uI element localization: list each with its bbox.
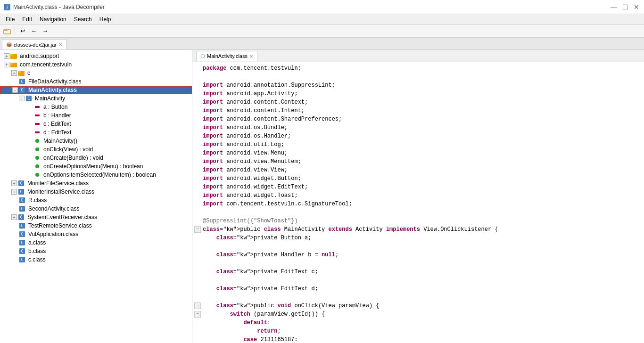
tree-expander[interactable] [26,163,33,170]
tree-expander[interactable] [26,129,33,136]
code-line: import android.view.Menu; [192,149,644,157]
tree-expander[interactable] [26,155,33,161]
minimize-button[interactable]: — [610,3,618,11]
tree-expander[interactable] [11,239,18,246]
tree-node[interactable]: +c [0,69,192,77]
code-line: import android.os.Bundle; [192,123,644,132]
tree-expander[interactable] [26,172,33,178]
tree-node[interactable]: -CMainActivity.class [0,86,192,94]
toolbar-prev-button[interactable]: ← [29,26,39,36]
tree-node[interactable]: -CMainActivity [0,94,192,103]
menu-search[interactable]: Search [70,15,96,24]
tree-node[interactable]: onClick(View) : void [0,145,192,154]
tree-node[interactable]: c : EditText [0,120,192,128]
tree-node[interactable]: Cb.class [0,247,192,255]
tree-expander[interactable] [26,121,33,127]
tree-node[interactable]: Ca.class [0,238,192,247]
code-tab-mainactivity[interactable]: ⬡ MainActivity.class ✕ [196,51,257,61]
tree-expander[interactable]: + [11,180,17,186]
close-button[interactable]: ✕ [633,3,640,11]
tree-node[interactable]: +android.support [0,52,192,60]
code-line: package com.tencent.testvuln; [192,64,644,73]
tree-expander[interactable]: - [19,96,25,101]
tree-node-label: c.class [28,256,46,263]
tree-expander[interactable]: + [4,62,9,67]
code-text: class="kw">private EditText c; [203,268,318,276]
code-text: import com.tencent.testvuln.c.SignatureT… [203,200,352,208]
tree-expander[interactable] [11,222,18,229]
tree-expander[interactable] [26,112,33,119]
tree-node-icon: C [25,95,32,102]
toolbar-next-button[interactable]: → [40,26,50,36]
fold-button[interactable]: − [194,302,201,309]
title-text: J MainActivity.class - Java Decompiler [4,4,105,10]
tree-node[interactable]: +com.tencent.testvuln [0,60,192,69]
tree-expander[interactable]: - [12,87,18,93]
tree-expander[interactable] [11,78,18,85]
code-text [203,208,206,217]
tree-node[interactable]: CVulApplication.class [0,230,192,238]
code-line [192,276,644,285]
code-area[interactable]: package com.tencent.testvuln; import and… [192,62,644,343]
tree-node[interactable]: CFileDataActivity.class [0,77,192,86]
tree-node[interactable]: CR.class [0,196,192,204]
tree-node-label: android.support [20,53,59,59]
code-text [203,259,206,268]
tree-expander[interactable]: + [11,214,17,220]
svg-text:C: C [21,88,24,92]
tree-expander[interactable] [11,248,18,254]
code-line: import android.view.View; [192,166,644,174]
menu-file[interactable]: File [2,15,18,24]
menu-edit[interactable]: Edit [18,15,36,24]
code-tab-close[interactable]: ✕ [249,54,253,59]
toolbar-back-button[interactable]: ↩ [17,26,28,36]
tree-expander[interactable]: + [11,189,17,195]
tree-node[interactable]: onCreateOptionsMenu(Menu) : boolean [0,162,192,171]
fold-button[interactable]: − [194,311,201,318]
tree-expander[interactable] [11,197,18,204]
tree-node[interactable]: d : EditText [0,128,192,137]
code-text: import android.app.Activity; [203,90,298,98]
tree-expander[interactable] [11,205,18,212]
tree-node[interactable]: b : Handler [0,111,192,120]
menu-help[interactable]: Help [96,15,115,24]
code-line: import android.os.Handler; [192,132,644,140]
tree-node[interactable]: CSecondActivity.class [0,204,192,213]
code-line: default: [192,318,644,327]
toolbar-open-button[interactable] [2,26,12,36]
code-line: import android.content.Intent; [192,106,644,115]
tree-node[interactable]: +CMoniterInstallService.class [0,188,192,196]
tree-node[interactable]: +CMoniterFileService.class [0,179,192,188]
svg-text:C: C [20,215,23,220]
code-text [203,276,206,285]
tree-node[interactable]: onOptionsItemSelected(MenuItem) : boolea… [0,171,192,179]
menu-navigation[interactable]: Navigation [36,15,70,24]
tree-node-label: MainActivity [35,95,65,102]
fold-button[interactable]: − [194,226,201,233]
code-line: import android.content.Context; [192,98,644,106]
tree-node[interactable]: Cc.class [0,255,192,264]
code-text: import android.content.Context; [203,98,308,106]
jar-tab[interactable]: 📦 classes-dex2jar.jar ✕ [2,39,66,49]
code-text: import android.widget.EditText; [203,183,308,191]
tree-node-icon: C [19,78,25,85]
code-text [203,293,206,302]
tree-expander[interactable]: + [11,70,17,76]
tree-node[interactable]: a : Button [0,103,192,111]
tree-node[interactable]: onCreate(Bundle) : void [0,154,192,162]
tree-expander[interactable]: + [4,53,9,59]
tree-node[interactable]: MainActivity() [0,137,192,145]
tree-node[interactable]: +CSystemEventReceiver.class [0,213,192,221]
tree-expander[interactable] [11,256,18,263]
tree-node[interactable]: CTestRemoteService.class [0,221,192,230]
code-text: import android.view.MenuItem; [203,157,301,166]
tree-expander[interactable] [26,146,33,153]
tree-node-icon [34,172,41,178]
tree-node-label: c [27,70,30,76]
jar-tab-close[interactable]: ✕ [58,42,62,47]
tree-expander[interactable] [26,104,33,110]
tree-node-label: MoniterFileService.class [27,180,89,187]
tree-expander[interactable] [11,231,18,237]
tree-expander[interactable] [26,138,33,144]
maximize-button[interactable]: ☐ [621,3,629,11]
